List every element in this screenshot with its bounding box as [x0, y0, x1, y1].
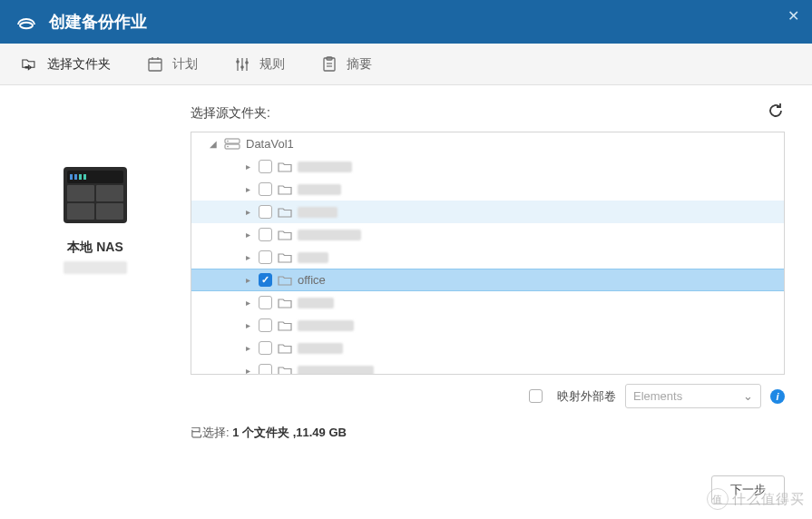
source-pane: 选择源文件夹: ◢ DataVol1 ▸▸▸▸▸▸office▸▸▸▸ 映射外部… [191, 85, 812, 519]
folder-icon [278, 207, 292, 218]
step-summary[interactable]: 摘要 [321, 56, 372, 73]
next-button[interactable]: 下一步 [711, 475, 785, 504]
tree-folder-row[interactable]: ▸ [191, 246, 784, 269]
expand-icon[interactable]: ▸ [242, 252, 253, 262]
external-volume-row: 映射外部卷 Elements ⌄ i [191, 384, 785, 408]
expand-icon[interactable]: ▸ [242, 275, 253, 285]
folder-icon [278, 366, 292, 376]
folder-checkbox[interactable] [259, 273, 272, 287]
app-icon [15, 12, 38, 33]
folder-checkbox[interactable] [259, 341, 272, 355]
tree-folder-row[interactable]: ▸ [191, 359, 784, 375]
folder-name: office [298, 273, 326, 287]
svg-point-9 [240, 65, 244, 69]
device-label: 本地 NAS [67, 240, 122, 256]
volume-icon [224, 138, 240, 150]
expand-icon[interactable]: ▸ [242, 298, 253, 308]
folder-checkbox[interactable] [259, 160, 272, 173]
folder-checkbox[interactable] [259, 228, 272, 241]
sliders-icon [234, 56, 250, 73]
folder-checkbox[interactable] [259, 250, 272, 264]
titlebar: 创建备份作业 ✕ [0, 0, 812, 44]
svg-rect-1 [149, 59, 161, 71]
expand-icon[interactable]: ▸ [242, 162, 253, 171]
tree-volume-row[interactable]: ◢ DataVol1 [191, 132, 784, 155]
step-rules[interactable]: 规则 [234, 56, 285, 73]
select-value: Elements [633, 389, 682, 403]
refresh-icon[interactable] [767, 102, 785, 124]
folder-checkbox[interactable] [259, 296, 272, 309]
expand-icon[interactable]: ▸ [242, 230, 253, 240]
tree-folder-row[interactable]: ▸ [191, 178, 784, 201]
external-volume-select[interactable]: Elements ⌄ [625, 384, 761, 408]
folder-icon [278, 320, 292, 331]
nas-device-icon [64, 167, 127, 223]
tree-folder-row[interactable]: ▸ [191, 223, 784, 246]
folder-checkbox[interactable] [259, 364, 272, 375]
folder-name-redacted [298, 298, 334, 308]
close-icon[interactable]: ✕ [788, 7, 799, 24]
folder-icon [278, 252, 292, 263]
folder-checkbox[interactable] [259, 182, 272, 196]
svg-point-18 [227, 146, 229, 148]
tree-folder-row[interactable]: ▸ [191, 314, 784, 337]
folder-checkbox[interactable] [259, 205, 272, 219]
content: 本地 NAS 选择源文件夹: ◢ DataVol1 ▸▸▸▸▸▸office▸▸… [0, 85, 812, 519]
step-select-folder[interactable]: 选择文件夹 [22, 56, 111, 73]
folder-icon [278, 184, 292, 195]
collapse-icon[interactable]: ◢ [208, 139, 219, 149]
clipboard-icon [321, 56, 338, 73]
folder-name-redacted [298, 343, 343, 354]
tree-folder-row[interactable]: ▸ [191, 291, 784, 314]
step-schedule[interactable]: 计划 [147, 56, 198, 73]
folder-name-redacted [298, 320, 354, 331]
folder-name-redacted [298, 207, 338, 218]
step-label: 规则 [259, 56, 285, 73]
folder-icon [278, 230, 292, 240]
expand-icon[interactable]: ▸ [242, 320, 253, 330]
expand-icon[interactable]: ▸ [242, 343, 253, 353]
folder-icon [278, 298, 292, 308]
device-pane: 本地 NAS [0, 85, 191, 519]
folder-icon [278, 275, 292, 286]
svg-point-8 [236, 60, 240, 64]
tree-folder-row[interactable]: ▸ [191, 201, 784, 223]
expand-icon[interactable]: ▸ [242, 207, 253, 217]
folder-checkbox[interactable] [259, 318, 272, 332]
folder-name-redacted [298, 162, 352, 172]
svg-point-0 [20, 22, 33, 27]
window-title: 创建备份作业 [49, 11, 147, 33]
external-volume-label: 映射外部卷 [557, 388, 616, 405]
volume-name: DataVol1 [246, 137, 294, 151]
expand-icon[interactable]: ▸ [242, 366, 253, 375]
chevron-down-icon: ⌄ [743, 389, 753, 403]
info-icon[interactable]: i [770, 389, 785, 404]
folder-icon [278, 343, 292, 354]
tree-folder-row[interactable]: ▸ [191, 155, 784, 178]
folder-name-redacted [298, 366, 374, 376]
calendar-icon [147, 56, 163, 73]
folder-tree[interactable]: ◢ DataVol1 ▸▸▸▸▸▸office▸▸▸▸ [191, 132, 785, 375]
folder-name-redacted [298, 252, 328, 263]
expand-icon[interactable]: ▸ [242, 184, 253, 194]
selection-summary: 已选择: 1 个文件夹 ,11.49 GB [191, 425, 785, 441]
folder-name-redacted [298, 184, 341, 195]
footer: 下一步 [711, 475, 785, 504]
source-header-label: 选择源文件夹: [191, 105, 270, 122]
folder-name-redacted [298, 230, 361, 240]
device-sublabel-redacted [64, 261, 127, 274]
tree-folder-row[interactable]: ▸office [191, 269, 784, 291]
step-label: 计划 [172, 56, 198, 73]
wizard-steps: 选择文件夹 计划 规则 摘要 [0, 44, 812, 85]
svg-point-17 [227, 141, 229, 142]
external-volume-checkbox[interactable] [529, 389, 543, 403]
step-label: 摘要 [347, 56, 372, 73]
svg-point-10 [245, 61, 249, 64]
folder-icon [278, 162, 292, 172]
folder-move-icon [22, 56, 38, 73]
tree-folder-row[interactable]: ▸ [191, 337, 784, 359]
step-label: 选择文件夹 [47, 56, 111, 73]
